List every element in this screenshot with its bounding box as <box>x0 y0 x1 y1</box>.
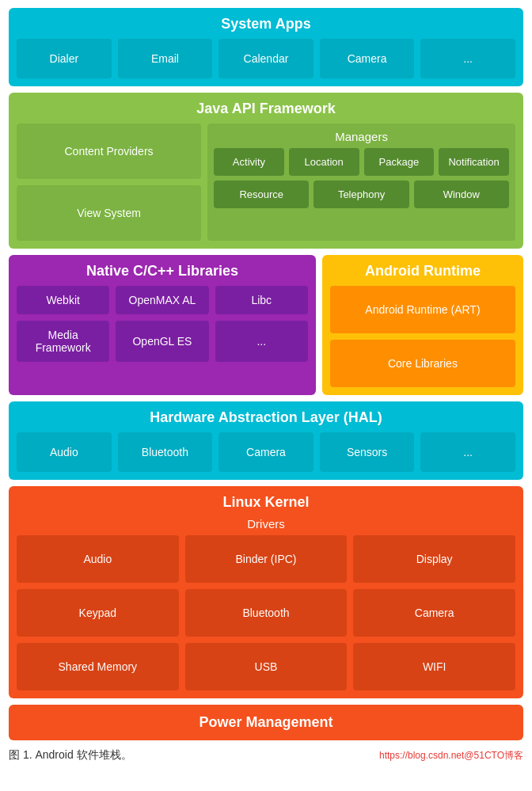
android-runtime-items: Android Runtime (ART) Core Libraries <box>330 286 515 387</box>
list-item: OpenGL ES <box>116 321 208 362</box>
system-apps-title: System Apps <box>17 16 515 32</box>
java-api-title: Java API Framework <box>17 101 515 117</box>
system-apps-layer: System Apps Dialer Email Calendar Camera… <box>9 8 523 86</box>
list-item: Resource <box>214 181 309 208</box>
list-item: Keypad <box>17 589 179 637</box>
hal-items-row: Audio Bluetooth Camera Sensors ... <box>17 432 515 472</box>
linux-kernel-title: Linux Kernel <box>17 494 515 511</box>
list-item: View System <box>17 185 201 241</box>
android-runtime-layer: Android Runtime Android Runtime (ART) Co… <box>322 255 523 395</box>
list-item: Package <box>364 148 435 176</box>
managers-title: Managers <box>214 130 509 143</box>
list-item: Window <box>414 181 509 208</box>
list-item: Camera <box>353 589 515 637</box>
list-item: Dialer <box>17 39 112 78</box>
list-item: Activity <box>214 148 284 176</box>
list-item: Sensors <box>320 432 415 472</box>
native-libs-title: Native C/C++ Libraries <box>17 263 308 280</box>
list-item: Android Runtime (ART) <box>330 286 515 333</box>
list-item: Content Providers <box>17 124 201 179</box>
system-apps-row: Dialer Email Calendar Camera ... <box>17 39 515 78</box>
list-item: WIFI <box>353 643 515 690</box>
caption: 图 1. Android 软件堆栈。 https://blog.csdn.net… <box>9 748 523 762</box>
hal-layer: Hardware Abstraction Layer (HAL) Audio B… <box>9 401 523 480</box>
list-item: Bluetooth <box>118 432 213 472</box>
caption-text: 图 1. Android 软件堆栈。 <box>9 748 132 762</box>
native-libs-row1: Webkit OpenMAX AL Libc Media Framework O… <box>17 286 308 362</box>
java-api-left: Content Providers View System <box>17 124 201 241</box>
list-item: Binder (IPC) <box>185 535 348 583</box>
list-item: Telephony <box>314 181 408 208</box>
list-item: Media Framework <box>17 321 109 362</box>
native-libs-layer: Native C/C++ Libraries Webkit OpenMAX AL… <box>9 255 316 395</box>
list-item: Audio <box>17 432 112 472</box>
android-runtime-title: Android Runtime <box>330 263 515 280</box>
android-stack-diagram: System Apps Dialer Email Calendar Camera… <box>9 8 523 762</box>
list-item: Bluetooth <box>185 589 348 637</box>
list-item: Camera <box>218 432 314 472</box>
managers-block: Managers Activity Location Package Notif… <box>207 124 515 241</box>
power-management-title: Power Management <box>18 714 514 731</box>
list-item: ... <box>420 432 515 472</box>
list-item: Calendar <box>218 39 314 78</box>
drivers-title: Drivers <box>17 517 515 531</box>
list-item: Core Libraries <box>330 340 515 387</box>
hal-title: Hardware Abstraction Layer (HAL) <box>17 409 515 426</box>
managers-row1: Activity Location Package Notification <box>214 148 509 176</box>
list-item: OpenMAX AL <box>116 286 208 314</box>
list-item: Display <box>353 535 515 583</box>
java-api-layer: Java API Framework Content Providers Vie… <box>9 93 523 249</box>
list-item: Shared Memory <box>17 643 179 690</box>
power-management-layer: Power Management <box>9 705 523 740</box>
native-runtime-row: Native C/C++ Libraries Webkit OpenMAX AL… <box>9 255 523 395</box>
linux-kernel-layer: Linux Kernel Drivers Audio Binder (IPC) … <box>9 486 523 698</box>
managers-row2: Resource Telephony Window <box>214 181 509 208</box>
java-api-inner: Content Providers View System Managers A… <box>17 124 515 241</box>
list-item: Libc <box>215 286 308 314</box>
list-item: Location <box>289 148 359 176</box>
list-item: Camera <box>320 39 415 78</box>
linux-kernel-grid: Audio Binder (IPC) Display Keypad Blueto… <box>17 535 515 690</box>
list-item: ... <box>420 39 515 78</box>
list-item: Email <box>118 39 213 78</box>
list-item: USB <box>185 643 348 690</box>
caption-link: https://blog.csdn.net@51CTO博客 <box>379 749 523 762</box>
list-item: Webkit <box>17 286 109 314</box>
list-item: Notification <box>439 148 509 176</box>
list-item: ... <box>215 321 308 362</box>
list-item: Audio <box>17 535 179 583</box>
